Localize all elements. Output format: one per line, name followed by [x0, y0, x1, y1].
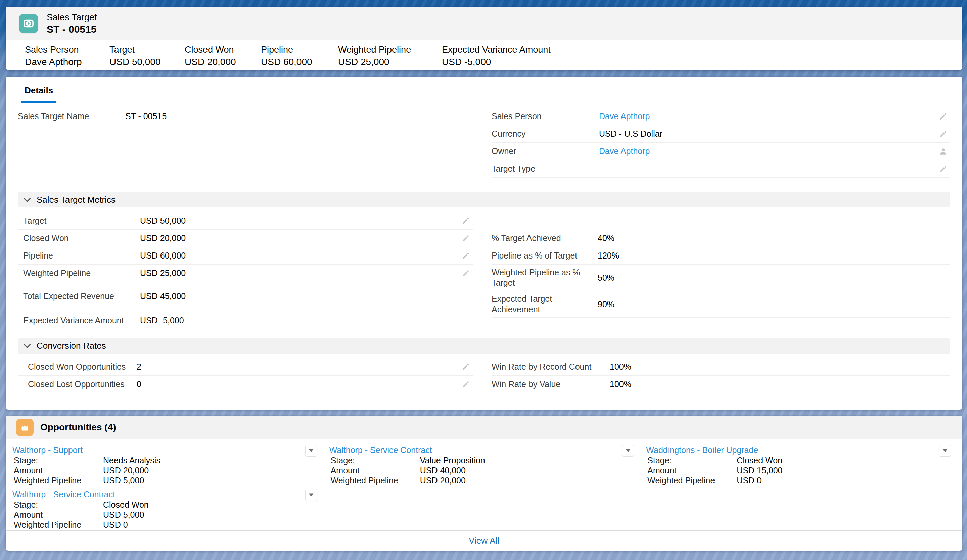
view-all-link[interactable]: View All: [469, 535, 499, 546]
field-currency: Currency USD - U.S Dollar: [492, 125, 950, 143]
highlight-weighted-pipeline: Weighted Pipeline USD 25,000: [338, 43, 442, 70]
edit-icon[interactable]: [461, 234, 473, 243]
field-label: Total Expected Revenue: [18, 291, 140, 301]
field-target-type: Target Type: [492, 160, 950, 178]
field-sales-target-name: Sales Target Name ST - 00515: [18, 108, 473, 125]
tile-field-value: Closed Won: [737, 455, 782, 465]
field-label: Target: [18, 216, 140, 226]
detail-fields-right: Sales Person Dave Apthorp Currency USD -…: [492, 108, 950, 178]
field-value: 40%: [598, 233, 950, 244]
highlight-label: Weighted Pipeline: [338, 44, 442, 56]
row-actions-button[interactable]: [622, 445, 634, 456]
tile-field-label: Weighted Pipeline: [14, 475, 103, 486]
opportunity-tile: Walthorp - Support Stage:Needs Analysis …: [12, 445, 322, 486]
edit-icon[interactable]: [461, 269, 473, 278]
view-all-row: View All: [6, 530, 962, 550]
highlight-value: USD 25,000: [338, 56, 442, 69]
change-owner-icon[interactable]: [939, 147, 950, 156]
highlight-pipeline: Pipeline USD 60,000: [261, 43, 338, 70]
metrics-right: % Target Achieved 40% Pipeline as % of T…: [492, 230, 950, 330]
field-label: Closed Won: [18, 233, 140, 244]
tile-field-label: Stage:: [14, 499, 103, 510]
field-value: USD 20,000: [140, 233, 461, 244]
sales-target-record-icon: [19, 14, 38, 33]
field-value: ST - 00515: [125, 111, 473, 122]
field-value: 50%: [598, 273, 950, 283]
edit-icon[interactable]: [461, 252, 473, 260]
field-label: Weighted Pipeline: [18, 268, 140, 278]
chevron-down-icon: [23, 198, 31, 203]
field-label: Pipeline: [18, 250, 140, 261]
target-eye-icon: [22, 17, 35, 30]
row-actions-button[interactable]: [305, 489, 317, 501]
field-label: Expected Target Achievement: [492, 294, 598, 315]
field-closed-won-opportunities: Closed Won Opportunities 2: [18, 358, 473, 376]
section-title: Conversion Rates: [36, 341, 106, 351]
row-actions-button[interactable]: [939, 445, 951, 456]
sales-person-link[interactable]: Dave Apthorp: [25, 56, 109, 69]
opportunity-icon: [16, 418, 34, 436]
tab-details[interactable]: Details: [21, 77, 56, 103]
metric-closed-won: Closed Won USD 20,000: [18, 230, 473, 247]
edit-icon[interactable]: [461, 362, 473, 371]
section-title: Sales Target Metrics: [36, 195, 116, 205]
tile-field-value: USD 20,000: [420, 475, 466, 486]
edit-icon[interactable]: [461, 217, 473, 225]
sales-person-link[interactable]: Dave Apthorp: [599, 112, 650, 121]
opportunities-header: Opportunities (4): [6, 416, 962, 439]
opportunity-tiles: Walthorp - Support Stage:Needs Analysis …: [6, 439, 962, 530]
field-owner: Owner Dave Apthorp: [492, 143, 950, 160]
metric-weighted-pipeline: Weighted Pipeline USD 25,000: [18, 265, 473, 282]
conversion-left: Closed Won Opportunities 2 Closed Lost O…: [18, 358, 473, 393]
metric-pipeline: Pipeline USD 60,000: [18, 247, 473, 265]
field-label: Expected Variance Amount: [18, 315, 140, 326]
record-name: ST - 00515: [47, 23, 97, 35]
tile-field-label: Weighted Pipeline: [14, 520, 103, 530]
field-label: Sales Target Name: [18, 111, 125, 122]
opportunity-link[interactable]: Walthorp - Service Contract: [12, 489, 115, 499]
opportunity-link[interactable]: Walthorp - Service Contract: [329, 445, 432, 455]
tile-field-value: USD 40,000: [420, 465, 466, 475]
tile-field-label: Amount: [647, 465, 737, 475]
row-actions-button[interactable]: [305, 445, 317, 456]
opportunity-tile: Walthorp - Service Contract Stage:Value …: [329, 445, 639, 486]
caret-down-icon: [942, 449, 947, 452]
field-sales-person: Sales Person Dave Apthorp: [492, 108, 950, 125]
highlight-value: USD 60,000: [261, 56, 338, 69]
field-value: 120%: [598, 250, 950, 261]
tile-field-label: Stage:: [647, 455, 737, 465]
highlight-value: USD -5,000: [442, 56, 551, 69]
tile-field-label: Amount: [14, 510, 103, 520]
field-value: USD - U.S Dollar: [599, 128, 939, 139]
section-sales-target-metrics[interactable]: Sales Target Metrics: [18, 193, 950, 208]
tile-field-value: USD 0: [737, 475, 761, 486]
tile-field-label: Stage:: [14, 455, 103, 465]
opportunity-link[interactable]: Walthorp - Support: [12, 445, 83, 455]
field-value: 100%: [610, 362, 950, 372]
edit-icon[interactable]: [939, 165, 950, 173]
owner-link[interactable]: Dave Apthorp: [599, 147, 650, 156]
field-value: USD 25,000: [140, 268, 461, 278]
field-value: USD -5,000: [140, 315, 473, 326]
tile-field-value: USD 15,000: [737, 465, 782, 475]
edit-icon[interactable]: [939, 130, 950, 138]
tile-field-label: Amount: [331, 465, 420, 475]
tile-field-value: USD 5,000: [103, 510, 144, 520]
field-win-rate-record-count: Win Rate by Record Count 100%: [492, 358, 950, 376]
record-header: Sales Target ST - 00515: [6, 7, 962, 40]
field-label: Sales Person: [492, 111, 599, 122]
tile-field-label: Weighted Pipeline: [331, 475, 420, 486]
field-closed-lost-opportunities: Closed Lost Opportunities 0: [18, 376, 473, 393]
tile-field-label: Stage:: [331, 455, 420, 465]
highlight-target: Target USD 50,000: [109, 43, 185, 70]
metric-pipeline-pct-of-target: Pipeline as % of Target 120%: [492, 247, 950, 265]
opportunity-tile: Walthorp - Service Contract Stage:Closed…: [12, 489, 322, 530]
section-conversion-rates[interactable]: Conversion Rates: [18, 338, 950, 354]
edit-icon[interactable]: [939, 112, 950, 121]
edit-icon[interactable]: [461, 380, 473, 389]
highlight-label: Target: [109, 44, 185, 56]
caret-down-icon: [309, 493, 314, 497]
opportunity-link[interactable]: Waddingtons - Boiler Upgrade: [646, 445, 758, 455]
field-label: Closed Won Opportunities: [18, 362, 137, 372]
field-label: Currency: [492, 128, 599, 139]
